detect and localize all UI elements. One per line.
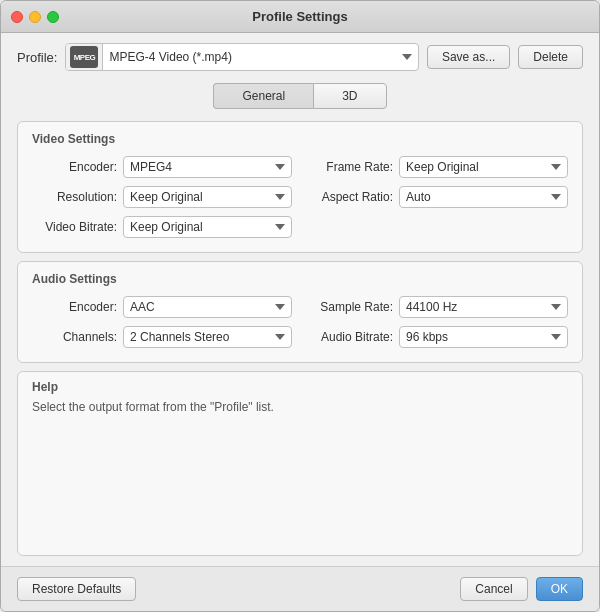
cancel-button[interactable]: Cancel (460, 577, 527, 601)
audio-encoder-select[interactable]: AAC MP3 AC3 (123, 296, 292, 318)
video-settings-grid: Encoder: MPEG4 H.264 H.265 Frame Rate: K… (32, 156, 568, 238)
audio-encoder-field-row: Encoder: AAC MP3 AC3 (32, 296, 292, 318)
save-as-button[interactable]: Save as... (427, 45, 510, 69)
channels-label: Channels: (32, 330, 117, 344)
mpeg-icon: MPEG (70, 46, 98, 68)
encoder-select[interactable]: MPEG4 H.264 H.265 (123, 156, 292, 178)
profile-row: Profile: MPEG MPEG-4 Video (*.mp4) AVI V… (17, 43, 583, 71)
sample-rate-field-row: Sample Rate: 44100 Hz 22050 Hz 48000 Hz (308, 296, 568, 318)
video-bitrate-field-row: Video Bitrate: Keep Original 500 kbps 10… (32, 216, 292, 238)
video-settings-title: Video Settings (32, 132, 568, 146)
traffic-lights (11, 11, 59, 23)
profile-label: Profile: (17, 50, 57, 65)
audio-bitrate-field-row: Audio Bitrate: 96 kbps 64 kbps 128 kbps … (308, 326, 568, 348)
minimize-button[interactable] (29, 11, 41, 23)
video-settings-section: Video Settings Encoder: MPEG4 H.264 H.26… (17, 121, 583, 253)
bottom-right-buttons: Cancel OK (460, 577, 583, 601)
audio-settings-section: Audio Settings Encoder: AAC MP3 AC3 Samp… (17, 261, 583, 363)
aspect-ratio-field-row: Aspect Ratio: Auto 16:9 4:3 (308, 186, 568, 208)
tab-3d[interactable]: 3D (313, 83, 386, 109)
help-text: Select the output format from the "Profi… (32, 400, 568, 414)
channels-select[interactable]: 2 Channels Stereo 1 Channel Mono 6 Chann… (123, 326, 292, 348)
main-content: Profile: MPEG MPEG-4 Video (*.mp4) AVI V… (1, 33, 599, 566)
resolution-field-row: Resolution: Keep Original 1920x1080 1280… (32, 186, 292, 208)
aspect-ratio-select[interactable]: Auto 16:9 4:3 (399, 186, 568, 208)
close-button[interactable] (11, 11, 23, 23)
title-bar: Profile Settings (1, 1, 599, 33)
tab-general[interactable]: General (213, 83, 313, 109)
audio-settings-title: Audio Settings (32, 272, 568, 286)
encoder-label: Encoder: (32, 160, 117, 174)
profile-select[interactable]: MPEG-4 Video (*.mp4) AVI Video MOV Video… (103, 47, 417, 67)
audio-encoder-label: Encoder: (32, 300, 117, 314)
channels-field-row: Channels: 2 Channels Stereo 1 Channel Mo… (32, 326, 292, 348)
frame-rate-label: Frame Rate: (308, 160, 393, 174)
profile-select-container: MPEG MPEG-4 Video (*.mp4) AVI Video MOV … (65, 43, 418, 71)
maximize-button[interactable] (47, 11, 59, 23)
video-bitrate-select[interactable]: Keep Original 500 kbps 1000 kbps (123, 216, 292, 238)
tabs-row: General 3D (17, 83, 583, 109)
video-grid-spacer (308, 216, 568, 238)
encoder-field-row: Encoder: MPEG4 H.264 H.265 (32, 156, 292, 178)
window-title: Profile Settings (252, 9, 347, 24)
resolution-label: Resolution: (32, 190, 117, 204)
ok-button[interactable]: OK (536, 577, 583, 601)
audio-bitrate-label: Audio Bitrate: (308, 330, 393, 344)
frame-rate-field-row: Frame Rate: Keep Original 24 fps 30 fps (308, 156, 568, 178)
audio-bitrate-select[interactable]: 96 kbps 64 kbps 128 kbps 192 kbps (399, 326, 568, 348)
resolution-select[interactable]: Keep Original 1920x1080 1280x720 (123, 186, 292, 208)
bottom-bar: Restore Defaults Cancel OK (1, 566, 599, 611)
sample-rate-label: Sample Rate: (308, 300, 393, 314)
help-title: Help (32, 380, 568, 394)
frame-rate-select[interactable]: Keep Original 24 fps 30 fps (399, 156, 568, 178)
sample-rate-select[interactable]: 44100 Hz 22050 Hz 48000 Hz (399, 296, 568, 318)
audio-settings-grid: Encoder: AAC MP3 AC3 Sample Rate: 44100 … (32, 296, 568, 348)
restore-defaults-button[interactable]: Restore Defaults (17, 577, 136, 601)
profile-settings-window: Profile Settings Profile: MPEG MPEG-4 Vi… (0, 0, 600, 612)
help-section: Help Select the output format from the "… (17, 371, 583, 556)
aspect-ratio-label: Aspect Ratio: (308, 190, 393, 204)
video-bitrate-label: Video Bitrate: (32, 220, 117, 234)
profile-icon-wrap: MPEG (66, 44, 103, 70)
delete-button[interactable]: Delete (518, 45, 583, 69)
